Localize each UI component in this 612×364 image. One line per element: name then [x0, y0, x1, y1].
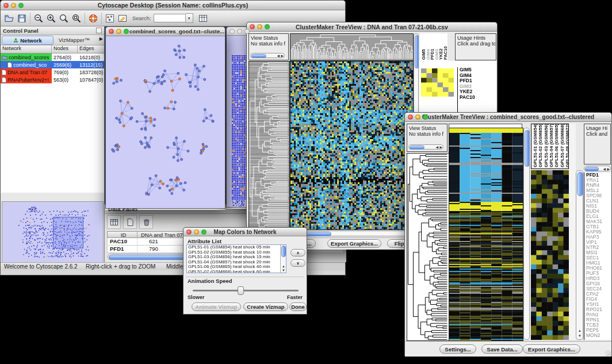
network-list-row[interactable]: DNA and Tran 07769(0)183728(0): [1, 68, 104, 76]
global-heatmap[interactable]: [290, 62, 413, 229]
global-heatmap[interactable]: [449, 128, 523, 340]
gene-dendrogram[interactable]: [407, 154, 449, 340]
search-dropdown-button[interactable]: ▼: [186, 13, 193, 23]
usage-hints-scrollbar[interactable]: ◀▶: [584, 166, 611, 171]
tab-vizmapper[interactable]: VizMapper™: [55, 36, 94, 44]
treeview2-titlebar: ClusterMaker TreeView : combined_scores_…: [404, 112, 612, 122]
network-edges: 183728(0): [78, 70, 104, 75]
zoom-selected-button[interactable]: [70, 12, 83, 25]
column-dendrogram[interactable]: [290, 34, 413, 60]
network-list-row[interactable]: combined_scores2764(0)16218(0): [1, 53, 104, 61]
minimize-button[interactable]: [11, 3, 16, 8]
gene-label[interactable]: PAC10: [460, 95, 496, 101]
zoom-button[interactable]: [201, 229, 206, 235]
close-button[interactable]: [250, 24, 255, 29]
gene-label[interactable]: MON2: [586, 333, 611, 338]
move-down-button[interactable]: ∨: [290, 259, 305, 267]
view-status-box: View Status No status info f ◀▶: [407, 124, 447, 152]
attribute-item[interactable]: GPL51-07 (GSM868) heat shock 60 min: [187, 270, 280, 273]
zoom-button[interactable]: [265, 24, 270, 29]
network-edges: 107847(0): [78, 77, 104, 83]
gene-dendrogram[interactable]: [249, 62, 289, 229]
network-window-titlebar: combined_scores_good.txt--cluste...: [105, 26, 225, 36]
network-name: combined_sco: [13, 62, 47, 68]
close-button[interactable]: [408, 114, 413, 120]
treeview2-window: ClusterMaker TreeView : combined_scores_…: [404, 112, 612, 356]
zoom-in-button[interactable]: [45, 12, 58, 25]
save-data-button[interactable]: Save Data...: [481, 344, 523, 354]
search-input[interactable]: [154, 14, 186, 22]
close-button[interactable]: [109, 29, 114, 34]
export-graphics-button[interactable]: Export Graphics...: [327, 239, 381, 248]
animate-vizmap-button[interactable]: Animate Vizmap: [192, 302, 241, 311]
help-lifesaver-button[interactable]: [87, 12, 100, 25]
tab-overflow-arrow[interactable]: ▶: [100, 36, 103, 41]
annotation-icon-button[interactable]: [116, 12, 129, 25]
view-status-scrollbar[interactable]: ◀▶: [408, 144, 443, 150]
column-label: GPL51-07 (GSM868): [560, 124, 565, 167]
zoom-button[interactable]: [124, 29, 129, 34]
settings-button[interactable]: Settings...: [439, 344, 476, 354]
network-list-row[interactable]: RNAPuberNov2+!563(0)107847(0): [1, 76, 104, 83]
main-titlebar: Cytoscape Desktop (Session Name: collins…: [0, 0, 346, 10]
tab-network[interactable]: Network: [2, 36, 53, 45]
save-button[interactable]: [16, 12, 28, 25]
close-button[interactable]: [3, 3, 9, 8]
network-overview-panel[interactable]: [2, 201, 104, 267]
attribute-browser-icon-button[interactable]: [197, 12, 209, 25]
network-name: combined_scores: [9, 55, 49, 60]
minimize-button[interactable]: [415, 114, 420, 120]
minimize-button[interactable]: [116, 29, 121, 34]
network-nodes: 769(0): [52, 70, 78, 75]
treeview1-title: ClusterMaker TreeView : DNA and Tran 07-…: [247, 24, 497, 30]
treeview2-vscrollbar[interactable]: [523, 128, 530, 340]
open-file-button[interactable]: [3, 12, 16, 25]
minimize-button[interactable]: [237, 29, 242, 34]
close-button[interactable]: [230, 29, 235, 34]
resize-grip[interactable]: [605, 350, 611, 356]
zoom-button[interactable]: [423, 114, 428, 120]
control-panel-tabs: Network VizMapper™ ▶: [1, 35, 104, 45]
zoom-heatmap[interactable]: [421, 68, 454, 97]
move-up-button[interactable]: ∧: [290, 249, 305, 256]
view-status-scrollbar[interactable]: ◀▶: [250, 53, 285, 58]
zoom-button[interactable]: [244, 29, 250, 34]
select-attributes-button[interactable]: [107, 215, 121, 229]
column-label: GPL51-01 (GSM854): [533, 124, 538, 167]
row-id: PAC10: [108, 238, 137, 245]
gap-area: [569, 124, 576, 340]
zoom-heatmap[interactable]: [531, 170, 569, 340]
faster-label: Faster: [287, 294, 303, 300]
zoom-vscrollbar[interactable]: ▲▼: [576, 170, 583, 340]
create-vizmap-button[interactable]: Create Vizmap: [243, 302, 288, 311]
zoom-out-button[interactable]: [32, 12, 45, 25]
create-attribute-button[interactable]: [123, 215, 137, 229]
dialog-titlebar: Map Colors to Network: [183, 227, 307, 236]
network-name: RNAPuberNov2+!: [7, 77, 49, 83]
export-graphics-button[interactable]: Export Graphics...: [523, 344, 580, 354]
delete-attribute-button[interactable]: [139, 215, 153, 229]
treeview1-column-labels: GIM5GIM4PFD1GIM3YKE2PAC10: [420, 33, 447, 62]
float-panel-icon[interactable]: [96, 28, 102, 33]
network-list-row[interactable]: combined_sco2569(6)13112(15): [1, 61, 104, 68]
column-label: PAC10: [443, 33, 448, 60]
minimize-button[interactable]: [194, 229, 199, 235]
zoom-button[interactable]: [18, 3, 24, 8]
network-list: combined_scores2764(0)16218(0)combined_s…: [1, 53, 104, 193]
network-graph-view[interactable]: [106, 37, 224, 207]
attribute-listbox[interactable]: GPL51-01 (GSM854) heat shock 05 minGPL51…: [186, 244, 286, 273]
attribute-list-vscrollbar[interactable]: ▲▼: [280, 245, 286, 273]
slider-thumb[interactable]: [238, 286, 244, 295]
column-label: GPL51-04 (GSM857): [549, 124, 554, 167]
column-label: GPL51-02 (GSM855): [538, 124, 543, 167]
window-controls: [3, 3, 24, 8]
animation-speed-slider[interactable]: [193, 290, 299, 292]
attribute-list-label: Attribute List: [188, 238, 221, 244]
done-button[interactable]: Done: [289, 302, 307, 311]
zoom-fit-button[interactable]: [58, 12, 70, 25]
status-hint-zoom: Right-click + drag to ZOOM: [86, 263, 155, 270]
close-button[interactable]: [186, 229, 192, 235]
vizmapper-icon-button[interactable]: [104, 12, 116, 25]
status-welcome: Welcome to Cytoscape 2.6.2: [4, 263, 78, 270]
minimize-button[interactable]: [257, 24, 262, 29]
